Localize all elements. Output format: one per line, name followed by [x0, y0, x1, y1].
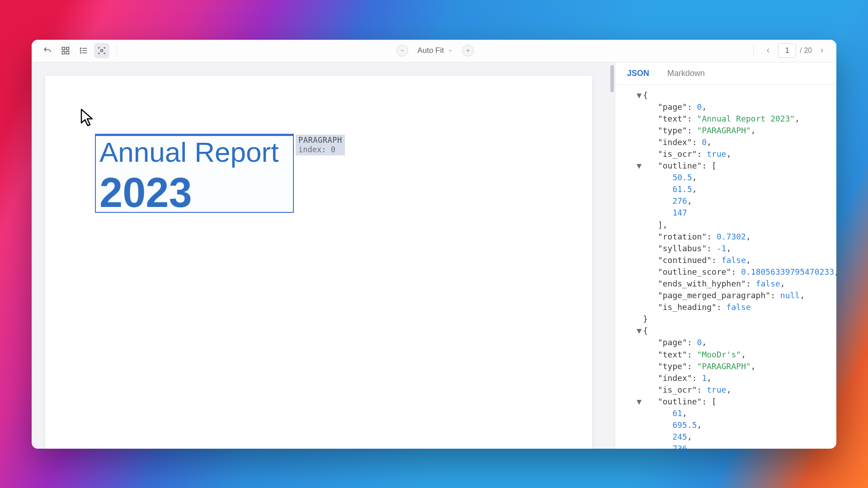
json-row[interactable]: "page_merged_paragraph": null, — [617, 290, 833, 301]
chevron-left-icon — [764, 47, 772, 54]
json-row[interactable]: "rotation": 0.7302, — [617, 231, 833, 243]
list-view-button[interactable] — [76, 43, 91, 58]
svg-rect-1 — [66, 47, 69, 50]
toolbar-separator — [117, 45, 117, 56]
json-row[interactable]: "is_ocr": true, — [617, 148, 833, 160]
json-row[interactable]: 245, — [617, 431, 833, 443]
annotation-type-label: PARAGRAPH — [298, 136, 342, 145]
json-row[interactable]: 695.5, — [617, 419, 833, 431]
chevron-down-icon — [448, 48, 453, 53]
json-row[interactable]: "index": 1, — [617, 372, 833, 384]
json-gutter — [637, 195, 643, 207]
document-page[interactable]: PARAGRAPH index: 0 Annual Report 2023 — [45, 76, 592, 449]
toolbar-center: Auto Fit — [124, 44, 746, 57]
svg-point-10 — [101, 50, 103, 52]
json-gutter — [637, 419, 643, 431]
undo-icon — [43, 46, 52, 55]
app-window: Auto Fit / 20 PARAGRA — [32, 40, 836, 449]
focus-icon — [97, 46, 106, 55]
json-gutter — [637, 372, 643, 384]
json-row[interactable]: ▼{ — [617, 89, 833, 101]
json-gutter — [637, 443, 643, 448]
list-icon — [79, 46, 88, 55]
document-viewport[interactable]: PARAGRAPH index: 0 Annual Report 2023 — [32, 62, 615, 449]
json-row[interactable]: "is_ocr": true, — [617, 384, 833, 396]
undo-button[interactable] — [40, 43, 55, 58]
json-row[interactable]: ▼{ — [617, 325, 833, 337]
json-collapse-toggle[interactable]: ▼ — [637, 89, 643, 101]
page-number-input[interactable] — [778, 43, 796, 58]
json-row[interactable]: "page": 0, — [617, 337, 833, 348]
grid-view-button[interactable] — [58, 43, 73, 58]
json-output-pane[interactable]: ▼{ "page": 0, "text": "Annual Report 202… — [615, 85, 836, 449]
toolbar-right: / 20 — [749, 43, 828, 58]
minus-icon — [400, 48, 405, 53]
json-row[interactable]: 736 — [617, 443, 833, 448]
json-row[interactable]: ], — [617, 219, 833, 231]
json-gutter — [637, 148, 643, 160]
tab-markdown[interactable]: Markdown — [659, 65, 713, 82]
json-row[interactable]: "type": "PARAGRAPH", — [617, 361, 833, 372]
zoom-out-button[interactable] — [396, 45, 408, 56]
svg-rect-2 — [62, 52, 65, 54]
scrollbar-thumb[interactable] — [610, 65, 614, 92]
json-row[interactable]: 147 — [617, 207, 833, 219]
json-row[interactable]: "ends_with_hyphen": false, — [617, 278, 833, 290]
json-collapse-toggle[interactable]: ▼ — [637, 160, 643, 172]
chevron-right-icon — [818, 47, 826, 54]
json-gutter — [637, 384, 643, 396]
json-row[interactable]: 61.5, — [617, 183, 833, 195]
svg-point-8 — [80, 50, 81, 51]
json-gutter — [637, 431, 643, 443]
json-row[interactable]: "syllabus": -1, — [617, 243, 833, 254]
json-gutter — [637, 207, 643, 219]
document-title-line2: 2023 — [99, 169, 192, 216]
json-row[interactable]: "page": 0, — [617, 101, 833, 113]
json-row[interactable]: } — [617, 313, 833, 325]
zoom-in-button[interactable] — [462, 45, 474, 56]
json-gutter — [637, 290, 643, 301]
app-body: PARAGRAPH index: 0 Annual Report 2023 JS… — [32, 62, 836, 449]
next-page-button[interactable] — [816, 44, 828, 57]
json-gutter — [637, 349, 643, 361]
json-row[interactable]: 276, — [617, 195, 833, 207]
json-gutter — [637, 313, 643, 325]
json-row[interactable]: "text": "MooDr's", — [617, 349, 833, 361]
tab-json[interactable]: JSON — [619, 65, 657, 82]
plus-icon — [465, 48, 471, 53]
svg-rect-0 — [62, 47, 65, 50]
json-row[interactable]: 61, — [617, 408, 833, 419]
focus-view-button[interactable] — [94, 43, 109, 58]
json-row[interactable]: "continued": false, — [617, 254, 833, 266]
json-gutter — [637, 337, 643, 348]
json-row[interactable]: "text": "Annual Report 2023", — [617, 113, 833, 125]
document-title-line1: Annual Report — [99, 138, 278, 166]
prev-page-button[interactable] — [762, 44, 774, 57]
json-row[interactable]: 50.5, — [617, 172, 833, 183]
annotation-index-label: index: 0 — [298, 145, 335, 154]
json-row[interactable]: ▼ "outline": [ — [617, 396, 833, 408]
toolbar: Auto Fit / 20 — [32, 40, 836, 62]
json-row[interactable]: ▼ "outline": [ — [617, 160, 833, 172]
json-row[interactable]: "type": "PARAGRAPH", — [617, 125, 833, 136]
json-gutter — [637, 408, 643, 419]
side-tabs: JSON Markdown — [615, 62, 836, 85]
json-gutter — [637, 278, 643, 290]
json-row[interactable]: "is_heading": false — [617, 301, 833, 313]
json-collapse-toggle[interactable]: ▼ — [637, 396, 643, 408]
json-gutter — [637, 266, 643, 278]
json-gutter — [637, 219, 643, 231]
json-gutter — [637, 113, 643, 125]
json-row[interactable]: "outline_score": 0.18056339795470233, — [617, 266, 833, 278]
side-panel: JSON Markdown ▼{ "page": 0, "text": "Ann… — [615, 62, 836, 449]
json-gutter — [637, 254, 643, 266]
json-gutter — [637, 125, 643, 136]
grid-icon — [61, 46, 70, 55]
json-row[interactable]: "index": 0, — [617, 136, 833, 148]
page-total-label: / 20 — [800, 47, 812, 55]
svg-rect-3 — [66, 52, 69, 54]
json-gutter — [637, 136, 643, 148]
json-collapse-toggle[interactable]: ▼ — [637, 325, 643, 337]
zoom-dropdown[interactable]: Auto Fit — [414, 44, 457, 57]
json-gutter — [637, 172, 643, 183]
